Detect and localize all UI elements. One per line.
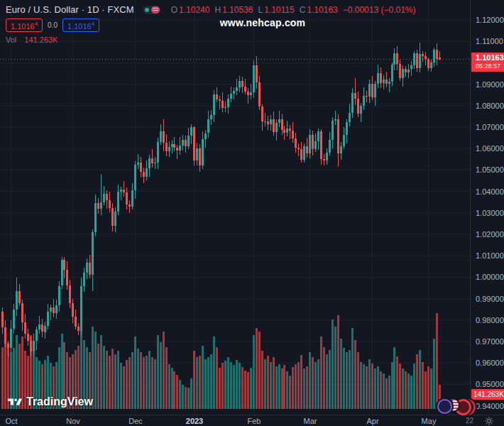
- open-value: 1.10240: [179, 5, 209, 15]
- time-tick-label: Feb: [248, 417, 261, 425]
- gear-icon[interactable]: [484, 416, 494, 426]
- change-value: −0.00013 (−0.01%): [343, 5, 416, 15]
- volume-axis-tag: 141.263K: [471, 389, 504, 400]
- trading-chart-window: www.nehcap.com Euro / U.S. Dollar · 1D ·…: [0, 0, 504, 426]
- price-tick-label: 0.98000: [476, 316, 504, 324]
- price-tick-label: 0.96000: [476, 359, 504, 367]
- volume-label: Vol: [6, 36, 16, 44]
- economic-event-badges[interactable]: [437, 398, 469, 413]
- close-value: 1.10163: [307, 5, 337, 15]
- price-tick-label: 0.94000: [476, 402, 504, 410]
- price-tick-label: 1.05000: [476, 165, 504, 174]
- price-tick-label: 0.99000: [476, 295, 504, 303]
- price-axis[interactable]: 1.120001.110001.090001.080001.070001.060…: [470, 0, 504, 415]
- price-tick-label: 1.12000: [476, 16, 504, 24]
- toggle-dot-icon: [145, 8, 149, 12]
- time-tick-label: 2023: [186, 417, 203, 425]
- price-tick-label: 1.02000: [476, 230, 504, 239]
- ohlc-values: O1.10240 H1.10536 L1.10115 C1.10163 −0.0…: [168, 5, 416, 15]
- toggle-lines-icon: [151, 6, 160, 13]
- clock-value: 22: [466, 417, 473, 425]
- visibility-toggle[interactable]: [143, 6, 160, 14]
- price-tick-label: 1.00000: [476, 273, 504, 281]
- current-price-tag: 1.10163 05:28:57: [471, 53, 504, 72]
- price-tick-label: 1.08000: [476, 102, 504, 110]
- moon-event-icon: [437, 399, 452, 414]
- sell-button[interactable]: 1.10164: [6, 18, 43, 33]
- price-tick-label: 1.11000: [476, 37, 503, 45]
- price-tick-label: 1.07000: [476, 123, 504, 131]
- time-tick-label: Nov: [66, 417, 80, 425]
- tradingview-mark-icon: [8, 396, 22, 408]
- close-label: C: [300, 5, 306, 15]
- time-tick-label: Oct: [5, 417, 17, 425]
- price-tick-label: 1.01000: [476, 251, 504, 260]
- symbol-title[interactable]: Euro / U.S. Dollar · 1D · FXCM: [6, 4, 134, 15]
- current-price-value: 1.10163: [476, 54, 504, 62]
- chart-legend: Euro / U.S. Dollar · 1D · FXCM O1.10240 …: [6, 4, 416, 44]
- time-tick-label: Apr: [366, 417, 378, 425]
- volume-legend[interactable]: Vol 141.263K: [6, 36, 416, 44]
- price-tick-label: 0.97000: [476, 337, 504, 346]
- low-value: 1.10115: [264, 5, 295, 15]
- time-tick-label: Mar: [304, 417, 317, 425]
- price-tick-label: 1.03000: [476, 209, 504, 217]
- price-tick-label: 1.09000: [476, 80, 504, 89]
- time-axis[interactable]: OctNovDec2023FebMarAprMay 22: [0, 415, 504, 426]
- tradingview-logo[interactable]: TradingView: [8, 395, 93, 408]
- high-value: 1.10536: [222, 5, 253, 15]
- price-tick-label: 0.95000: [476, 380, 504, 388]
- buy-button[interactable]: 1.10164: [62, 18, 99, 33]
- price-tick-label: 1.04000: [476, 187, 504, 196]
- high-label: H: [214, 5, 221, 15]
- bar-countdown: 05:28:57: [476, 62, 504, 70]
- low-label: L: [258, 5, 263, 15]
- tradingview-logo-text: TradingView: [26, 395, 93, 408]
- spread-value: 0.0: [48, 21, 57, 29]
- candlestick-chart[interactable]: [0, 0, 470, 415]
- price-tick-label: 1.06000: [476, 144, 504, 153]
- volume-value: 141.263K: [24, 36, 57, 44]
- open-label: O: [171, 5, 177, 15]
- time-tick-label: May: [422, 417, 437, 425]
- time-tick-label: Dec: [128, 417, 143, 425]
